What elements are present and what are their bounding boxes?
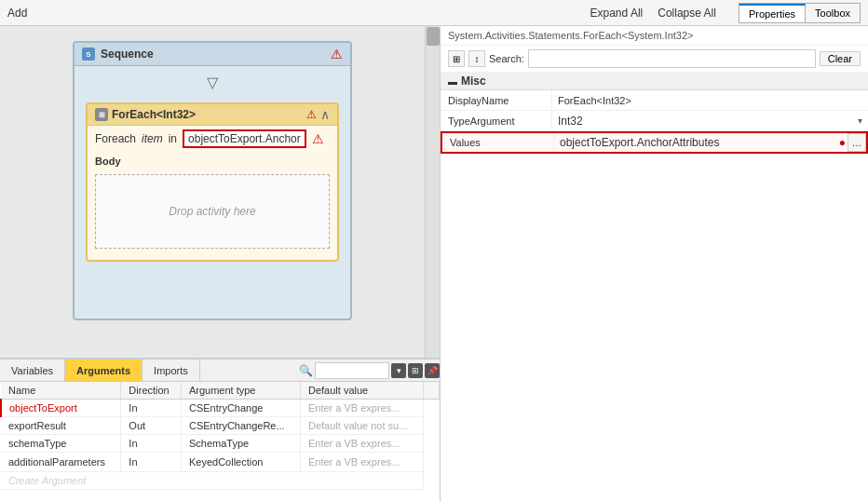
type-breadcrumb: System.Activities.Statements.ForEach<Sys…: [441, 26, 868, 46]
foreach-label: Foreach: [95, 132, 136, 145]
table-row: exportResult Out CSEntryChangeRe... Defa…: [1, 417, 440, 435]
foreach-value-error-dot: ⚠: [312, 131, 324, 146]
arguments-table-wrapper: Name Direction Argument type Default val…: [0, 382, 440, 502]
sequence-error-icon: ⚠: [331, 47, 343, 61]
prop-row-values: Values objectToExport.AnchorAttributes ●…: [441, 131, 868, 154]
clear-button[interactable]: Clear: [820, 51, 861, 66]
sequence-arrow: ▽: [75, 66, 350, 99]
tab-icon-pin[interactable]: 📌: [425, 363, 440, 378]
sequence-title: S Sequence: [82, 47, 154, 61]
cell-default: Enter a VB expres...: [300, 435, 423, 453]
typeargument-text: Int32: [558, 115, 583, 128]
foreach-title: ⊞ ForEach<Int32>: [95, 108, 196, 121]
properties-panel: System.Activities.Statements.ForEach<Sys…: [440, 26, 868, 502]
tab-properties[interactable]: Properties: [739, 4, 806, 22]
bottom-tab-search: 🔍 ▾ ⊞ 📌: [299, 360, 440, 381]
values-ellipsis-btn[interactable]: …: [848, 133, 866, 152]
cell-direction: In: [121, 453, 182, 472]
tab-toolbox[interactable]: Toolbox: [806, 4, 860, 22]
workflow-canvas-wrapper: S Sequence ⚠ ▽ ⊞ ForEach<Int32>: [0, 26, 440, 358]
prop-value-values: objectToExport.AnchorAttributes ● …: [554, 133, 866, 152]
property-search-input[interactable]: [528, 49, 816, 68]
cell-type: CSEntryChange: [181, 400, 300, 417]
sequence-icon: S: [82, 47, 95, 61]
tab-icon-grid[interactable]: ⊞: [408, 363, 423, 378]
table-new-row[interactable]: Create Argument: [1, 472, 440, 490]
foreach-error-icon: ⚠: [306, 108, 317, 121]
cell-name: objectToExport: [1, 400, 121, 417]
table-row: objectToExport In CSEntryChange Enter a …: [1, 400, 440, 417]
cell-direction: In: [121, 435, 182, 453]
tab-arguments[interactable]: Arguments: [65, 360, 142, 381]
cell-default: Enter a VB expres...: [300, 453, 423, 472]
foreach-item-var: item: [142, 132, 163, 145]
cell-name: additionalParameters: [1, 453, 121, 472]
prop-label-typeargument: TypeArgument: [441, 111, 552, 130]
drop-activity-text: Drop activity here: [169, 205, 255, 218]
workflow-canvas[interactable]: S Sequence ⚠ ▽ ⊞ ForEach<Int32>: [0, 26, 425, 358]
bottom-panel: Variables Arguments Imports 🔍 ▾ ⊞ 📌 Name: [0, 358, 440, 502]
col-header-name: Name: [1, 382, 121, 400]
cell-default: Default value not su...: [300, 417, 423, 435]
cell-direction: In: [121, 400, 182, 417]
collapse-all-button[interactable]: Collapse All: [658, 7, 716, 20]
foreach-value-text: objectToExport.Anchor: [188, 132, 301, 145]
sequence-header: S Sequence ⚠: [75, 43, 350, 66]
sequence-title-text: Sequence: [101, 47, 154, 61]
sort-category-icon[interactable]: ⊞: [448, 50, 465, 67]
body-label: Body: [88, 152, 337, 170]
tab-variables[interactable]: Variables: [0, 360, 65, 381]
foreach-row: Foreach item in objectToExport.Anchor ⚠: [88, 126, 337, 152]
prop-label-values: Values: [442, 133, 554, 152]
foreach-header: ⊞ ForEach<Int32> ⚠ ∧: [88, 104, 337, 126]
top-toolbar: Add Expand All Collapse All Properties T…: [0, 0, 868, 26]
typeargument-dropdown-arrow[interactable]: ▾: [858, 115, 862, 126]
misc-header-label: Misc: [461, 75, 486, 88]
col-header-default: Default value: [300, 382, 423, 400]
prop-value-displayname[interactable]: ForEach<Int32>: [552, 90, 868, 110]
cell-name: schemaType: [1, 435, 121, 453]
tab-imports[interactable]: Imports: [142, 360, 200, 381]
foreach-icon: ⊞: [95, 108, 108, 121]
prop-row-displayname: DisplayName ForEach<Int32>: [441, 90, 868, 111]
properties-toolbar: ⊞ ↕ Search: Clear: [441, 46, 868, 73]
cell-default: Enter a VB expres...: [300, 400, 423, 417]
bottom-tabs: Variables Arguments Imports 🔍 ▾ ⊞ 📌: [0, 360, 440, 382]
main-area: S Sequence ⚠ ▽ ⊞ ForEach<Int32>: [0, 26, 868, 502]
body-drop-area[interactable]: Drop activity here: [95, 174, 330, 249]
sort-alpha-icon[interactable]: ↕: [468, 50, 485, 67]
col-header-scroll: [424, 382, 440, 400]
foreach-collapse-btn[interactable]: ∧: [320, 107, 330, 122]
cell-type: KeyedCollection: [181, 453, 300, 472]
cell-type: CSEntryChangeRe...: [181, 417, 300, 435]
prop-row-typeargument: TypeArgument Int32 ▾: [441, 111, 868, 131]
foreach-title-text: ForEach<Int32>: [112, 108, 196, 121]
arrow-connector-area: [441, 154, 868, 172]
col-header-direction: Direction: [121, 382, 182, 400]
cell-direction: Out: [121, 417, 182, 435]
search-icon: 🔍: [299, 364, 313, 377]
sequence-container: S Sequence ⚠ ▽ ⊞ ForEach<Int32>: [73, 41, 352, 320]
search-label: Search:: [489, 53, 524, 64]
misc-collapse-icon: ▬: [448, 76, 457, 87]
foreach-header-right: ⚠ ∧: [306, 107, 330, 122]
foreach-container: ⊞ ForEach<Int32> ⚠ ∧ Foreach item in: [86, 102, 339, 262]
table-row: additionalParameters In KeyedCollection …: [1, 453, 440, 472]
values-text[interactable]: objectToExport.AnchorAttributes: [554, 133, 839, 152]
cell-type: SchemaType: [181, 435, 300, 453]
prop-label-displayname: DisplayName: [441, 90, 552, 110]
tab-icon-down[interactable]: ▾: [391, 363, 406, 378]
prop-value-typeargument[interactable]: Int32 ▾: [552, 111, 868, 130]
add-button[interactable]: Add: [7, 7, 27, 20]
cell-name: exportResult: [1, 417, 121, 435]
foreach-value-box[interactable]: objectToExport.Anchor: [183, 129, 306, 148]
col-header-type: Argument type: [181, 382, 300, 400]
values-error-dot: ●: [839, 136, 846, 149]
arguments-table: Name Direction Argument type Default val…: [0, 382, 440, 490]
misc-section-header[interactable]: ▬ Misc: [441, 73, 868, 90]
expand-all-button[interactable]: Expand All: [590, 7, 644, 20]
table-row: schemaType In SchemaType Enter a VB expr…: [1, 435, 440, 453]
foreach-in-label: in: [169, 132, 177, 145]
search-input[interactable]: [315, 362, 389, 379]
canvas-scrollbar[interactable]: [425, 26, 440, 358]
